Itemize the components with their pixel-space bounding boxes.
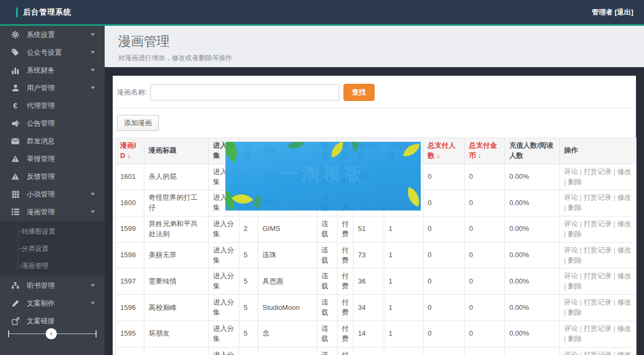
action-reward-log-link[interactable]: 打赏记录 <box>584 324 612 332</box>
action-reward-log-link[interactable]: 打赏记录 <box>584 168 612 176</box>
sidebar-item[interactable]: 文案链接 <box>0 312 105 330</box>
cell-ratio: 0.00% <box>505 216 560 243</box>
cell-ratio: 0.00% <box>505 242 560 269</box>
sidebar-item[interactable]: 群发消息 <box>0 132 105 150</box>
cell-max-episodes: 0 <box>354 347 384 355</box>
euro-icon: € <box>11 102 20 110</box>
sidebar-subitem[interactable]: -漫画管理 <box>0 257 105 274</box>
grid-icon <box>11 190 20 198</box>
column-header[interactable]: 总支付人数 ↓ <box>423 138 465 164</box>
cell-total-payers: 0 <box>423 347 465 355</box>
sidebar-item-label: 系统设置 <box>27 30 55 40</box>
action-delete-link[interactable]: 删除 <box>568 335 582 343</box>
action-edit-link[interactable]: 修改 <box>617 324 631 332</box>
action-comment-link[interactable]: 评论 <box>564 351 578 355</box>
cell-actions: 评论 | 打赏记录 | 修改 | 删除 <box>560 269 636 295</box>
action-separator: | <box>578 272 584 280</box>
sidebar-subitem[interactable]: -轮播图设置 <box>0 223 105 240</box>
action-reward-log-link[interactable]: 打赏记录 <box>584 193 612 201</box>
add-comic-button[interactable]: 添加漫画 <box>117 115 159 131</box>
cell-author: StudioMoon <box>258 295 317 321</box>
cell-comic-title: 手中的世界 <box>144 347 209 355</box>
sidebar-item[interactable]: 反馈管理 <box>0 168 105 185</box>
sidebar-submenu: -轮播图设置-分类设置-漫画管理 <box>0 221 105 277</box>
action-edit-link[interactable]: 修改 <box>617 220 631 228</box>
sidebar-item[interactable]: 系统财务 <box>0 61 105 79</box>
sidebar-item[interactable]: 系统设置 <box>0 26 105 44</box>
sidebar-item[interactable]: 漫画管理 <box>0 203 105 221</box>
sidebar-item[interactable]: 公告管理 <box>0 114 105 132</box>
sidebar-item[interactable]: 公众号设置 <box>0 44 105 61</box>
chevron-down-icon <box>91 302 95 305</box>
cell-comic-id: 1595 <box>116 321 144 347</box>
action-delete-link[interactable]: 删除 <box>568 308 582 316</box>
action-delete-link[interactable]: 删除 <box>568 256 582 264</box>
action-edit-link[interactable]: 修改 <box>617 351 631 355</box>
sidebar-item-label: 文案链接 <box>27 316 55 326</box>
column-header: 充值人数/阅读人数 <box>505 138 560 164</box>
promo-overlay-image: 一淘模版 <box>225 142 421 211</box>
user-logout-link[interactable]: 管理者 [退出] <box>592 8 633 17</box>
cell-attr: 付费 <box>338 269 354 295</box>
action-delete-link[interactable]: 删除 <box>568 178 582 186</box>
chevron-left-icon[interactable]: ‹ <box>46 328 57 339</box>
sidebar-item[interactable]: 用户管理 <box>0 79 105 97</box>
leaf-icon <box>231 188 253 210</box>
sidebar-menu: 系统设置公众号设置系统财务用户管理€代理管理公告管理群发消息举报管理反馈管理小说… <box>0 26 105 330</box>
action-edit-link[interactable]: 修改 <box>617 246 631 254</box>
column-header[interactable]: 总支付金币 ↓ <box>465 138 505 164</box>
action-delete-link[interactable]: 删除 <box>568 282 582 290</box>
action-separator: | <box>578 246 584 254</box>
enter-episodes-link[interactable]: 进入分集 <box>213 324 234 343</box>
action-comment-link[interactable]: 评论 <box>564 324 578 332</box>
action-reward-log-link[interactable]: 打赏记录 <box>584 298 612 306</box>
cell-actions: 评论 | 打赏记录 | 修改 | 删除 <box>560 295 636 321</box>
action-edit-link[interactable]: 修改 <box>617 272 631 280</box>
action-comment-link[interactable]: 评论 <box>564 298 578 306</box>
comic-name-search-input[interactable] <box>150 84 339 100</box>
cell-actions: 评论 | 打赏记录 | 修改 | 删除 <box>560 216 636 243</box>
sidebar-item[interactable]: €代理管理 <box>0 97 105 114</box>
enter-episodes-link[interactable]: 进入分集 <box>213 351 234 355</box>
cell-comic-title: 美丽无罪 <box>144 242 209 269</box>
sidebar-item[interactable]: 小说管理 <box>0 185 105 203</box>
cell-comic-title: 杀人的屁 <box>144 164 209 190</box>
enter-episodes-link[interactable]: 进入分集 <box>213 272 234 290</box>
action-comment-link[interactable]: 评论 <box>564 272 578 280</box>
action-reward-log-link[interactable]: 打赏记录 <box>584 220 612 228</box>
sidebar-subitem[interactable]: -分类设置 <box>0 240 105 257</box>
cell-comic-title: 奇怪世界的打工仔 <box>144 190 209 216</box>
cell-max-episodes: 34 <box>354 295 384 321</box>
enter-episodes-link[interactable]: 进入分集 <box>213 298 234 316</box>
cell-ratio: 0.00% <box>505 164 560 190</box>
page-title: 漫画管理 <box>118 33 631 50</box>
action-delete-link[interactable]: 删除 <box>568 204 582 212</box>
action-delete-link[interactable]: 删除 <box>568 230 582 238</box>
action-reward-log-link[interactable]: 打赏记录 <box>584 246 612 254</box>
action-edit-link[interactable]: 修改 <box>617 193 631 201</box>
action-reward-log-link[interactable]: 打赏记录 <box>584 272 612 280</box>
chevron-down-icon <box>91 284 95 287</box>
action-comment-link[interactable]: 评论 <box>564 246 578 254</box>
action-separator: | <box>578 324 584 332</box>
action-edit-link[interactable]: 修改 <box>617 168 631 176</box>
sidebar-item[interactable]: 举报管理 <box>0 150 105 168</box>
cell-ratio: 0.00% <box>505 347 560 355</box>
action-reward-log-link[interactable]: 打赏记录 <box>584 351 612 355</box>
cell-category: 5 <box>239 295 258 321</box>
column-header[interactable]: 漫画ID ↓ <box>116 138 144 164</box>
sidebar-item[interactable]: 文案制作 <box>0 294 105 312</box>
cell-max-episodes: 51 <box>354 216 384 243</box>
enter-episodes-link[interactable]: 进入分集 <box>213 246 234 264</box>
cell-comic-id: 1597 <box>116 269 144 295</box>
action-edit-link[interactable]: 修改 <box>617 298 631 306</box>
search-button[interactable]: 查找 <box>343 84 375 101</box>
sidebar-item[interactable]: 听书管理 <box>0 277 105 294</box>
enter-episodes-link[interactable]: 进入分集 <box>213 220 234 238</box>
action-comment-link[interactable]: 评论 <box>564 220 578 228</box>
action-comment-link[interactable]: 评论 <box>564 168 578 176</box>
cell-comic-id: 1594 <box>116 347 144 355</box>
cell-total-readers: 1 <box>384 242 423 269</box>
action-separator: | <box>612 220 618 228</box>
action-comment-link[interactable]: 评论 <box>564 193 578 201</box>
